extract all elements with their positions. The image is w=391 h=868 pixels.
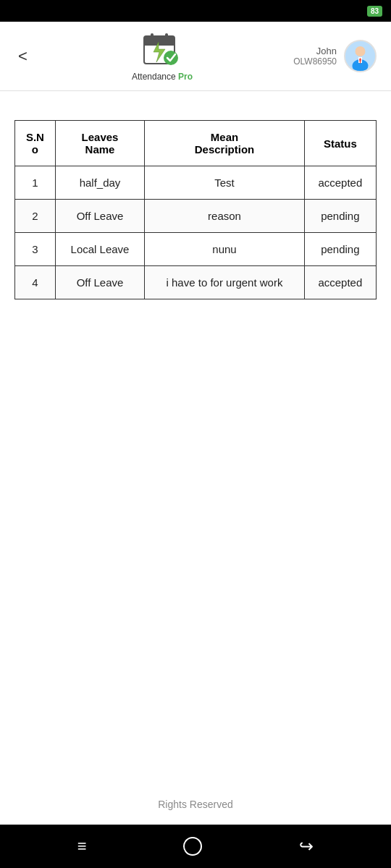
footer-rights: Rights Reserved: [158, 799, 233, 810]
svg-point-8: [356, 46, 366, 56]
home-icon: [183, 837, 202, 856]
app-logo-icon: [140, 30, 184, 70]
header: < Attendance Pro John OLW86950: [0, 22, 391, 91]
cell-description: Test: [145, 166, 304, 200]
menu-button[interactable]: ≡: [72, 831, 93, 861]
footer-text: Rights Reserved: [0, 784, 391, 825]
main-content: S.No LeavesName MeanDescription Status 1…: [0, 91, 391, 784]
svg-rect-3: [151, 33, 154, 41]
logo-text: Attendance Pro: [132, 72, 193, 82]
user-id: OLW86950: [293, 56, 337, 67]
cell-leave-name: Local Leave: [55, 233, 145, 266]
table-row: 4Off Leavei have to for urgent workaccep…: [15, 266, 377, 299]
cell-leave-name: half_day: [55, 166, 145, 200]
bottom-nav: ≡ ↩: [0, 825, 391, 868]
cell-sno: 3: [15, 233, 56, 266]
user-details: John OLW86950: [293, 46, 337, 67]
user-name: John: [293, 46, 337, 56]
table-body: 1half_dayTestaccepted2Off Leavereasonpen…: [15, 166, 377, 299]
home-button[interactable]: [177, 831, 208, 861]
cell-leave-name: Off Leave: [55, 200, 145, 233]
table-header-row: S.No LeavesName MeanDescription Status: [15, 121, 377, 166]
cell-description: nunu: [145, 233, 304, 266]
cell-status: pending: [304, 200, 376, 233]
logo-pro: Pro: [178, 72, 193, 82]
col-leaves-name: LeavesName: [55, 121, 145, 166]
col-sno: S.No: [15, 121, 56, 166]
col-status: Status: [304, 121, 376, 166]
back-nav-button[interactable]: ↩: [293, 830, 319, 862]
user-info: John OLW86950: [293, 40, 377, 72]
table-row: 2Off Leavereasonpending: [15, 200, 377, 233]
logo-container: Attendance Pro: [132, 30, 193, 82]
cell-sno: 2: [15, 200, 56, 233]
table-head: S.No LeavesName MeanDescription Status: [15, 121, 377, 166]
cell-sno: 4: [15, 266, 56, 299]
menu-icon: ≡: [77, 837, 87, 856]
battery-indicator: 83: [367, 6, 382, 17]
avatar: [344, 40, 377, 72]
cell-status: pending: [304, 233, 376, 266]
leave-table: S.No LeavesName MeanDescription Status 1…: [14, 120, 377, 299]
cell-status: accepted: [304, 266, 376, 299]
svg-rect-1: [144, 36, 175, 45]
back-nav-icon: ↩: [299, 836, 314, 856]
svg-rect-4: [165, 33, 168, 41]
status-bar: 83: [0, 0, 391, 22]
col-description: MeanDescription: [145, 121, 304, 166]
cell-description: reason: [145, 200, 304, 233]
table-row: 3Local Leavenunupending: [15, 233, 377, 266]
cell-leave-name: Off Leave: [55, 266, 145, 299]
cell-sno: 1: [15, 166, 56, 200]
back-button[interactable]: <: [14, 43, 31, 69]
table-row: 1half_dayTestaccepted: [15, 166, 377, 200]
svg-point-6: [164, 51, 178, 65]
cell-description: i have to for urgent work: [145, 266, 304, 299]
cell-status: accepted: [304, 166, 376, 200]
